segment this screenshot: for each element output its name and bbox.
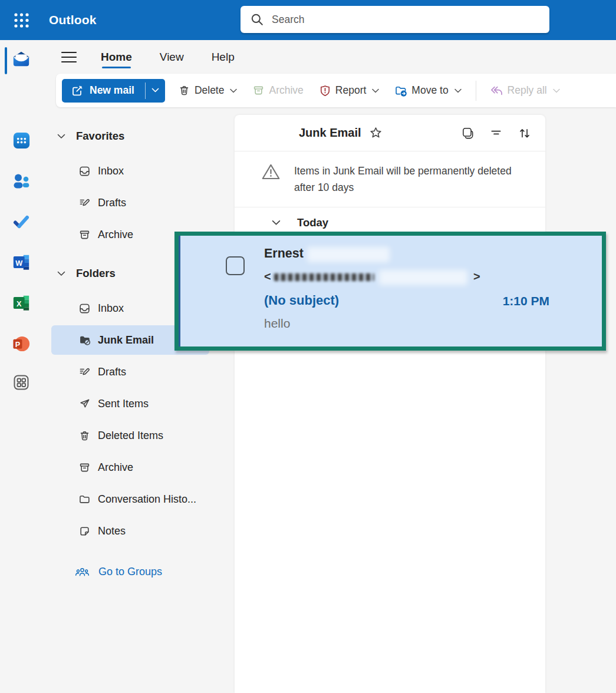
archive-button[interactable]: Archive — [250, 79, 305, 103]
message-list-panel: Junk Email — [235, 115, 545, 693]
archive-icon — [78, 461, 91, 474]
folder-item-archive[interactable]: Archive — [43, 451, 235, 483]
warning-text: Items in Junk Email will be permanently … — [294, 163, 515, 196]
trash-icon — [178, 84, 190, 97]
search-box[interactable] — [241, 6, 549, 33]
reply-all-button[interactable]: Reply all — [487, 79, 562, 103]
report-button[interactable]: Report — [317, 79, 382, 103]
powerpoint-app-icon: P — [12, 334, 31, 354]
send-icon — [78, 398, 91, 410]
folder-item-deleted-items[interactable]: Deleted Items — [43, 420, 235, 451]
folder-item-drafts[interactable]: Drafts — [43, 356, 235, 388]
compose-icon — [71, 84, 83, 97]
rail-item-people[interactable] — [11, 171, 31, 191]
rail-item-todo[interactable] — [11, 212, 31, 232]
folder-title: Junk Email — [299, 126, 361, 140]
favorites-section-header[interactable]: Favorites — [43, 127, 235, 146]
archive-icon — [78, 229, 91, 241]
address-open-bracket: < — [264, 270, 271, 283]
email-checkbox[interactable] — [226, 256, 245, 275]
svg-text:P: P — [15, 340, 19, 348]
word-app-icon: W — [12, 253, 31, 272]
message-list-header: Junk Email — [235, 115, 545, 151]
hamburger-menu-icon[interactable] — [59, 47, 79, 67]
new-mail-split-button[interactable]: New mail — [62, 79, 165, 103]
folder-item-conversation-history[interactable]: Conversation Histo... — [43, 483, 235, 515]
chevron-down-icon — [151, 88, 159, 93]
new-mail-button[interactable]: New mail — [62, 79, 145, 103]
rail-item-calendar[interactable] — [11, 130, 31, 150]
shield-alert-icon — [319, 84, 331, 97]
email-preview: hello — [264, 316, 290, 331]
highlighted-email-item[interactable]: Ernest < > (No subject) 1:10 PM hello — [174, 232, 606, 351]
hamburger-icon — [61, 50, 77, 64]
app-launcher-waffle-icon[interactable] — [6, 5, 37, 35]
note-icon — [78, 525, 91, 537]
waffle-icon — [14, 12, 29, 28]
trash-icon — [78, 430, 91, 442]
rail-item-word[interactable]: W — [11, 252, 31, 272]
redacted-sender-surname — [307, 247, 390, 262]
ribbon-tabs: Home View Help — [101, 40, 235, 74]
favorite-item-inbox[interactable]: Inbox — [43, 155, 235, 187]
main-content: Home View Help New mail — [43, 40, 616, 693]
warning-triangle-icon — [261, 163, 281, 180]
folder-move-icon — [394, 84, 407, 97]
sort-icon[interactable] — [518, 127, 531, 140]
mail-app-icon — [12, 50, 31, 68]
tab-home[interactable]: Home — [101, 40, 132, 74]
go-to-groups-link[interactable]: Go to Groups — [43, 556, 235, 588]
favorite-star-icon[interactable] — [369, 126, 383, 140]
chevron-down-icon — [57, 271, 65, 276]
reply-all-icon — [489, 84, 503, 97]
svg-text:W: W — [15, 259, 22, 268]
excel-app-icon: X — [12, 293, 31, 312]
top-app-bar: Outlook — [0, 0, 616, 40]
ribbon-tab-row: Home View Help — [43, 40, 616, 74]
move-to-button[interactable]: Move to — [392, 79, 463, 103]
svg-text:X: X — [17, 300, 22, 308]
search-input[interactable] — [271, 13, 532, 27]
chevron-down-icon[interactable] — [272, 220, 281, 226]
email-sender: Ernest — [264, 246, 304, 261]
folder-item-notes[interactable]: Notes — [43, 515, 235, 547]
todo-app-icon — [11, 212, 31, 232]
tab-view[interactable]: View — [160, 40, 184, 74]
folder-pane: Favorites Inbox Drafts — [43, 107, 235, 693]
delete-button[interactable]: Delete — [176, 79, 240, 103]
rail-selected-indicator — [5, 47, 7, 74]
chevron-down-icon — [553, 88, 560, 93]
select-all-icon[interactable] — [462, 127, 474, 139]
filter-icon[interactable] — [490, 127, 502, 139]
folder-item-sent-items[interactable]: Sent Items — [43, 388, 235, 420]
inbox-icon — [78, 165, 91, 177]
more-apps-grid-icon — [11, 372, 31, 392]
rail-item-mail[interactable] — [11, 49, 31, 69]
redacted-email-address — [274, 273, 374, 281]
chevron-down-icon — [454, 88, 462, 93]
chevron-down-icon — [230, 88, 237, 93]
calendar-app-icon — [12, 131, 31, 150]
groups-icon — [74, 566, 90, 578]
archive-icon — [252, 84, 265, 97]
app-title: Outlook — [49, 13, 97, 27]
command-toolbar: New mail Delete — [56, 74, 616, 107]
redacted-email-address-tail — [379, 270, 467, 285]
rail-item-more-apps[interactable] — [11, 372, 31, 392]
inbox-icon — [78, 302, 91, 315]
new-mail-dropdown-button[interactable] — [146, 79, 165, 103]
junk-retention-warning: Items in Junk Email will be permanently … — [235, 151, 545, 207]
toolbar-divider — [476, 81, 476, 101]
app-rail: W X P — [0, 40, 43, 693]
favorite-item-drafts[interactable]: Drafts — [43, 187, 235, 219]
folder-icon — [78, 493, 91, 506]
email-time: 1:10 PM — [503, 294, 549, 308]
junk-folder-icon — [78, 334, 91, 346]
people-app-icon — [11, 171, 31, 191]
chevron-down-icon — [57, 134, 65, 139]
drafts-pencil-icon — [78, 366, 91, 378]
rail-item-powerpoint[interactable]: P — [11, 334, 31, 354]
tab-help[interactable]: Help — [212, 40, 235, 74]
rail-item-excel[interactable]: X — [11, 293, 31, 313]
chevron-down-icon — [372, 88, 379, 93]
